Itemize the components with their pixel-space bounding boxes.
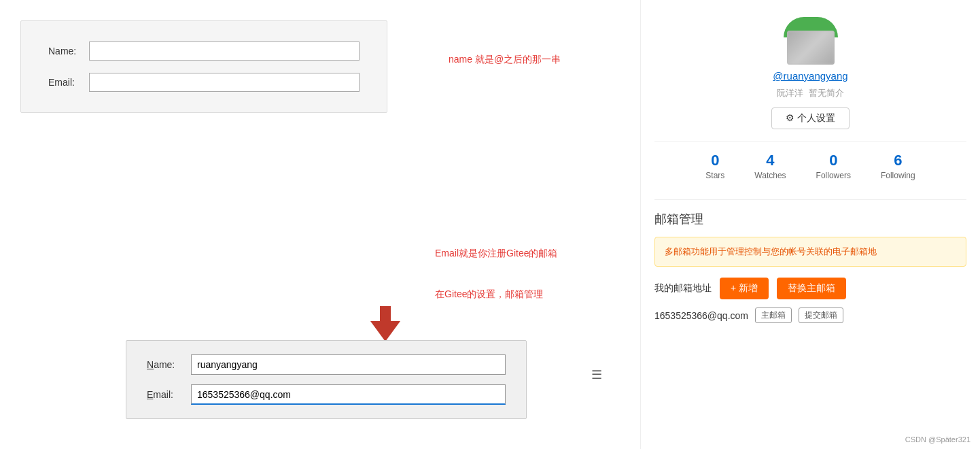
arrow-down-indicator bbox=[370, 306, 400, 342]
following-label: Following bbox=[881, 171, 915, 180]
email-annotation-2: 在Gitee的设置，邮箱管理 bbox=[435, 286, 543, 303]
email-notice: 多邮箱功能用于管理控制与您的帐号关联的电子邮箱地 bbox=[654, 237, 966, 267]
replace-email-button[interactable]: 替换主邮箱 bbox=[777, 278, 846, 299]
top-name-row: Name: bbox=[48, 41, 360, 61]
settings-button[interactable]: ⚙ 个人设置 bbox=[771, 107, 850, 129]
stat-followers[interactable]: 0 Followers bbox=[801, 152, 866, 180]
email-section-title: 邮箱管理 bbox=[654, 211, 966, 227]
bottom-name-label: Name: bbox=[147, 359, 191, 370]
bottom-form-panel: Name: Email: bbox=[126, 340, 527, 419]
submit-badge: 提交邮箱 bbox=[799, 307, 843, 323]
followers-count: 0 bbox=[816, 152, 851, 169]
top-name-label: Name: bbox=[48, 46, 89, 56]
top-email-row: Email: bbox=[48, 73, 360, 92]
top-email-label: Email: bbox=[48, 77, 89, 88]
arrow-head bbox=[370, 321, 400, 342]
bottom-email-label: Email: bbox=[147, 389, 191, 400]
followers-label: Followers bbox=[816, 171, 851, 180]
email-actions-row: 我的邮箱地址 + 新增 替换主邮箱 bbox=[654, 278, 966, 299]
stat-watches[interactable]: 4 Watches bbox=[739, 152, 801, 180]
user-bio: 暂无简介 bbox=[809, 87, 844, 99]
name-annotation: name 就是@之后的那一串 bbox=[449, 51, 561, 68]
following-count: 6 bbox=[881, 152, 915, 169]
bottom-name-row: Name: bbox=[147, 354, 506, 375]
username-link[interactable]: @ruanyangyang bbox=[773, 70, 847, 82]
top-form-panel: Name: Email: bbox=[20, 20, 387, 113]
arrow-stem bbox=[380, 306, 391, 321]
gitee-profile-panel: @ruanyangyang 阮洋洋 暂无简介 ⚙ 个人设置 0 Stars 4 … bbox=[640, 0, 980, 449]
primary-badge: 主邮箱 bbox=[755, 307, 792, 323]
email-management-section: 邮箱管理 多邮箱功能用于管理控制与您的帐号关联的电子邮箱地 我的邮箱地址 + 新… bbox=[654, 199, 966, 323]
user-fullname: 阮洋洋 bbox=[777, 87, 803, 99]
email-annotation-1: Email就是你注册Gitee的邮箱 bbox=[435, 245, 557, 262]
user-info-row: 阮洋洋 暂无简介 bbox=[777, 84, 844, 99]
csdn-watermark: CSDN @Später321 bbox=[905, 435, 970, 444]
small-menu-icon: ☰ bbox=[591, 367, 602, 382]
top-email-input[interactable] bbox=[89, 73, 360, 92]
stars-label: Stars bbox=[705, 171, 724, 180]
stats-row: 0 Stars 4 Watches 0 Followers 6 Followin… bbox=[654, 142, 966, 180]
stat-following[interactable]: 6 Following bbox=[866, 152, 930, 180]
add-email-button[interactable]: + 新增 bbox=[720, 278, 769, 299]
watches-label: Watches bbox=[754, 171, 786, 180]
email-address-text: 1653525366@qq.com bbox=[654, 310, 748, 321]
my-email-label: 我的邮箱地址 bbox=[654, 282, 712, 295]
avatar-image bbox=[787, 31, 835, 65]
avatar bbox=[787, 31, 835, 65]
bottom-email-input[interactable] bbox=[191, 384, 506, 405]
bottom-email-row: Email: bbox=[147, 384, 506, 405]
email-list-row: 1653525366@qq.com 主邮箱 提交邮箱 bbox=[654, 307, 966, 323]
stars-count: 0 bbox=[705, 152, 724, 169]
avatar-area: @ruanyangyang 阮洋洋 暂无简介 ⚙ 个人设置 bbox=[654, 14, 966, 129]
top-name-input[interactable] bbox=[89, 41, 360, 61]
watches-count: 4 bbox=[754, 152, 786, 169]
stat-stars[interactable]: 0 Stars bbox=[690, 152, 739, 180]
bottom-name-input[interactable] bbox=[191, 354, 506, 375]
